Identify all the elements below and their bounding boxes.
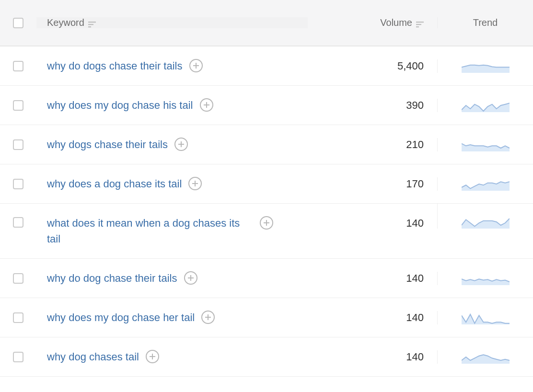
- row-keyword-cell: why do dogs chase their tails: [36, 46, 308, 85]
- row-volume-cell: 210: [308, 138, 437, 151]
- row-volume-cell: 140: [308, 204, 437, 230]
- trend-sparkline: [462, 350, 510, 364]
- keyword-link[interactable]: why dog chases tail: [47, 349, 139, 365]
- keyword-link[interactable]: why do dog chase their tails: [47, 270, 177, 286]
- trend-sparkline: [462, 99, 510, 112]
- row-checkbox-cell: [0, 204, 36, 228]
- row-volume-cell: 5,400: [308, 60, 437, 72]
- keyword-link[interactable]: what does it mean when a dog chases its …: [47, 215, 253, 247]
- row-checkbox[interactable]: [13, 61, 23, 71]
- volume-value: 5,400: [397, 60, 424, 72]
- row-checkbox-cell: [0, 312, 36, 323]
- sort-icon: [416, 20, 424, 26]
- row-checkbox[interactable]: [13, 217, 23, 228]
- add-keyword-button[interactable]: [184, 271, 197, 285]
- header-checkbox-cell: [0, 0, 36, 46]
- row-keyword-cell: why does my dog chase his tail: [36, 86, 308, 125]
- keyword-header-text: Keyword: [47, 17, 84, 28]
- row-checkbox[interactable]: [13, 273, 23, 284]
- table-row: why does a dog chase its tail170: [0, 164, 533, 204]
- keyword-table: Keyword Volume: [0, 0, 533, 377]
- table-row: why do dog chase their tails140: [0, 259, 533, 298]
- select-all-checkbox[interactable]: [13, 18, 23, 28]
- keyword-link[interactable]: why dogs chase their tails: [47, 137, 168, 152]
- row-checkbox[interactable]: [13, 352, 23, 362]
- row-keyword-cell: why does a dog chase its tail: [36, 164, 308, 203]
- row-checkbox[interactable]: [13, 179, 23, 189]
- svg-rect-3: [416, 22, 424, 23]
- row-checkbox-cell: [0, 61, 36, 71]
- row-volume-cell: 390: [308, 99, 437, 112]
- row-checkbox-cell: [0, 100, 36, 111]
- row-checkbox-cell: [0, 179, 36, 189]
- volume-value: 170: [406, 178, 424, 190]
- table-row: why does my dog chase his tail390: [0, 86, 533, 125]
- row-trend-cell: [437, 311, 533, 324]
- svg-rect-4: [416, 24, 421, 25]
- sort-icon: [88, 20, 96, 26]
- add-keyword-button[interactable]: [174, 138, 188, 151]
- table-header: Keyword Volume: [0, 0, 533, 46]
- keyword-link[interactable]: why does a dog chase its tail: [47, 176, 182, 192]
- keyword-link[interactable]: why does my dog chase his tail: [47, 97, 193, 113]
- keyword-link[interactable]: why does my dog chase her tail: [47, 310, 195, 325]
- trend-column-label: Trend: [446, 17, 524, 28]
- row-keyword-cell: why do dog chase their tails: [36, 259, 308, 298]
- add-keyword-button[interactable]: [260, 216, 273, 230]
- header-keyword-cell[interactable]: Keyword: [36, 17, 308, 28]
- row-volume-cell: 140: [308, 351, 437, 363]
- volume-value: 390: [406, 99, 424, 112]
- row-trend-cell: [437, 177, 533, 191]
- volume-value: 140: [406, 217, 424, 230]
- row-keyword-cell: what does it mean when a dog chases its …: [36, 204, 308, 258]
- volume-value: 210: [406, 138, 424, 151]
- row-checkbox-cell: [0, 352, 36, 362]
- add-keyword-button[interactable]: [201, 311, 215, 324]
- trend-sparkline: [462, 311, 510, 324]
- row-volume-cell: 170: [308, 178, 437, 190]
- row-checkbox[interactable]: [13, 312, 23, 323]
- table-row: why dogs chase their tails210: [0, 125, 533, 164]
- trend-sparkline: [462, 272, 510, 285]
- add-keyword-button[interactable]: [189, 59, 203, 72]
- row-checkbox-cell: [0, 139, 36, 150]
- svg-rect-5: [416, 26, 419, 27]
- row-checkbox[interactable]: [13, 100, 23, 111]
- header-volume-cell[interactable]: Volume: [308, 17, 437, 28]
- table-row: why does my dog chase her tail140: [0, 298, 533, 337]
- trend-header-text: Trend: [473, 17, 498, 28]
- volume-value: 140: [406, 311, 424, 324]
- row-keyword-cell: why dogs chase their tails: [36, 125, 308, 164]
- row-volume-cell: 140: [308, 272, 437, 285]
- volume-value: 140: [406, 351, 424, 363]
- add-keyword-button[interactable]: [188, 177, 202, 190]
- keyword-link[interactable]: why do dogs chase their tails: [47, 58, 183, 74]
- row-keyword-cell: why dog chases tail: [36, 337, 308, 376]
- trend-sparkline: [462, 59, 510, 73]
- row-trend-cell: [437, 99, 533, 112]
- volume-header-text: Volume: [380, 17, 412, 28]
- volume-value: 140: [406, 272, 424, 285]
- svg-rect-1: [88, 24, 93, 25]
- table-row: what does it mean when a dog chases its …: [0, 204, 533, 259]
- table-body: why do dogs chase their tails5,400why do…: [0, 46, 533, 377]
- row-volume-cell: 140: [308, 311, 437, 324]
- trend-sparkline: [462, 138, 510, 151]
- row-trend-cell: [437, 272, 533, 285]
- row-trend-cell: [437, 204, 533, 229]
- row-checkbox[interactable]: [13, 139, 23, 150]
- row-trend-cell: [437, 350, 533, 364]
- trend-sparkline: [462, 215, 510, 229]
- row-keyword-cell: why does my dog chase her tail: [36, 298, 308, 337]
- table-row: why dog chases tail140: [0, 337, 533, 377]
- volume-column-label: Volume: [308, 17, 424, 28]
- table-row: why do dogs chase their tails5,400: [0, 46, 533, 86]
- row-trend-cell: [437, 59, 533, 73]
- header-trend-cell[interactable]: Trend: [437, 17, 533, 28]
- add-keyword-button[interactable]: [200, 98, 213, 112]
- add-keyword-button[interactable]: [146, 350, 159, 363]
- svg-rect-2: [88, 26, 91, 27]
- svg-rect-0: [88, 22, 96, 23]
- trend-sparkline: [462, 177, 510, 191]
- row-checkbox-cell: [0, 273, 36, 284]
